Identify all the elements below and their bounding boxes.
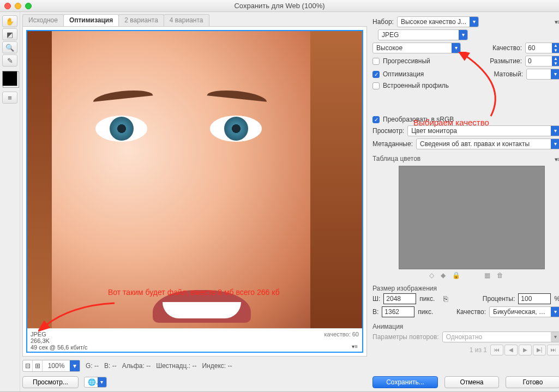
height-label: В: <box>372 308 378 316</box>
status-alpha: Альфа: -- <box>122 362 151 370</box>
hand-tool-icon[interactable]: ✋ <box>2 15 17 27</box>
tab-four[interactable]: 4 варианта <box>164 14 209 26</box>
first-frame-icon: ⏮ <box>490 345 503 355</box>
format-dropdown[interactable]: JPEG▾ <box>378 29 468 40</box>
progressive-label: Прогрессивный <box>383 57 430 65</box>
tool-column: ✋ ◩ 🔍 ✎ ≡ <box>0 12 20 391</box>
imagesize-title: Размер изображения <box>372 285 559 292</box>
panel-menu-icon[interactable]: ≡ <box>2 92 17 104</box>
zoom-control[interactable]: ⊟⊞ 100% ▾ <box>22 360 80 372</box>
frame-indicator: 1 из 1 <box>470 346 487 354</box>
ct-icon[interactable]: 🗑 <box>497 272 503 279</box>
panel-flyout-icon[interactable]: ▾≡ <box>555 19 559 26</box>
progressive-checkbox[interactable] <box>372 58 380 65</box>
srgb-checkbox[interactable]: ✓ <box>372 116 380 123</box>
meta-dropdown[interactable]: Сведения об авт. правах и контакты▾ <box>416 138 559 149</box>
window-title: Сохранить для Web (100%) <box>0 2 559 10</box>
preview-button[interactable]: Просмотр... <box>22 376 79 388</box>
viewer-label: Просмотр: <box>372 127 404 135</box>
px-label: пикс. <box>419 295 435 303</box>
save-button[interactable]: Сохранить... <box>372 376 438 388</box>
ct-icon[interactable]: 🔒 <box>452 272 460 279</box>
matte-dropdown[interactable]: ▾ <box>526 69 559 80</box>
px-label2: пикс. <box>418 308 433 316</box>
info-size: 266,3K <box>31 337 359 344</box>
resample-label: Качество: <box>456 308 486 316</box>
next-frame-icon: ▶| <box>533 345 546 355</box>
browser-preview-dropdown[interactable]: 🌐▾ <box>84 377 107 388</box>
titlebar: Сохранить для Web (100%) <box>0 0 559 12</box>
annotation-filesize: Вот таким будет файл, вместе 8 мб всего … <box>108 288 280 297</box>
preview-tabs: Исходное Оптимизация 2 варианта 4 вариан… <box>22 14 367 26</box>
arrow-icon <box>38 299 120 337</box>
info-quality: качество: 60 <box>324 331 359 337</box>
profile-checkbox[interactable] <box>372 82 380 89</box>
preview-image <box>27 31 362 328</box>
status-g: G: -- <box>86 362 99 370</box>
info-menu-icon[interactable]: ▾≡ <box>352 343 358 349</box>
last-frame-icon: ⏭ <box>547 345 559 355</box>
info-time: 49 сек @ 56,6 кбит/с <box>31 344 88 351</box>
arrow-icon <box>458 52 518 123</box>
anim-controls: ⏮ ◀ ▶ ▶| ⏭ <box>490 345 559 355</box>
profile-label: Встроенный профиль <box>383 82 449 89</box>
percent-sign: % <box>554 295 559 303</box>
width-input[interactable]: 2048 <box>383 293 416 304</box>
done-button[interactable]: Готово <box>506 376 559 388</box>
cancel-button[interactable]: Отмена <box>444 376 499 388</box>
color-swatch[interactable] <box>2 71 17 86</box>
meta-label: Метаданные: <box>372 140 413 148</box>
percent-label: Проценты: <box>483 295 515 303</box>
percent-input[interactable]: 100 <box>518 293 551 304</box>
tab-optimize[interactable]: Оптимизация <box>63 14 119 26</box>
colortable-flyout-icon[interactable]: ▾≡ <box>555 156 559 163</box>
status-bar: ⊟⊞ 100% ▾ G: -- B: -- Альфа: -- Шестнадц… <box>22 360 367 372</box>
quality-preset-dropdown[interactable]: Высокое▾ <box>372 43 461 53</box>
ct-icon[interactable]: ◆ <box>441 272 446 279</box>
width-label: Ш: <box>372 295 380 303</box>
play-icon: ▶ <box>519 345 532 355</box>
prev-frame-icon: ◀ <box>504 345 518 355</box>
anim-title: Анимация <box>372 323 559 330</box>
tab-two[interactable]: 2 варианта <box>118 14 164 26</box>
height-input[interactable]: 1362 <box>382 306 414 317</box>
status-index: Индекс: -- <box>202 362 232 370</box>
zoom-value: 100% <box>43 360 70 371</box>
optimize-checkbox[interactable]: ✓ <box>372 71 380 78</box>
optimize-label: Оптимизация <box>383 70 424 78</box>
status-hex: Шестнадц.: -- <box>156 362 196 370</box>
loop-dropdown: Однократно▾ <box>442 331 559 342</box>
resample-dropdown[interactable]: Бикубическая, ч...▾ <box>489 306 559 317</box>
link-icon[interactable]: ⎘ <box>443 294 448 303</box>
quality-label: Качество: <box>492 44 522 52</box>
viewer-dropdown[interactable]: Цвет монитора▾ <box>407 125 559 136</box>
preset-label: Набор: <box>372 18 394 26</box>
color-table <box>399 166 545 269</box>
loop-label: Параметры повторов: <box>372 333 439 341</box>
preset-dropdown[interactable]: Высокое качество J...▾ <box>397 16 479 27</box>
status-b: B: -- <box>104 362 117 370</box>
colortable-title: Таблица цветов <box>372 155 420 162</box>
annotation-quality: Выбираем качество <box>413 118 489 127</box>
tab-source[interactable]: Исходное <box>22 14 64 26</box>
quality-input[interactable]: 60 ▲▼ <box>525 43 559 53</box>
slice-tool-icon[interactable]: ◩ <box>2 28 17 40</box>
blur-input[interactable]: 0 ▲▼ <box>525 56 559 67</box>
eyedropper-tool-icon[interactable]: ✎ <box>2 55 17 67</box>
zoom-tool-icon[interactable]: 🔍 <box>2 41 17 53</box>
ct-icon[interactable]: ◇ <box>429 272 434 279</box>
ct-icon[interactable]: ▦ <box>484 272 490 279</box>
